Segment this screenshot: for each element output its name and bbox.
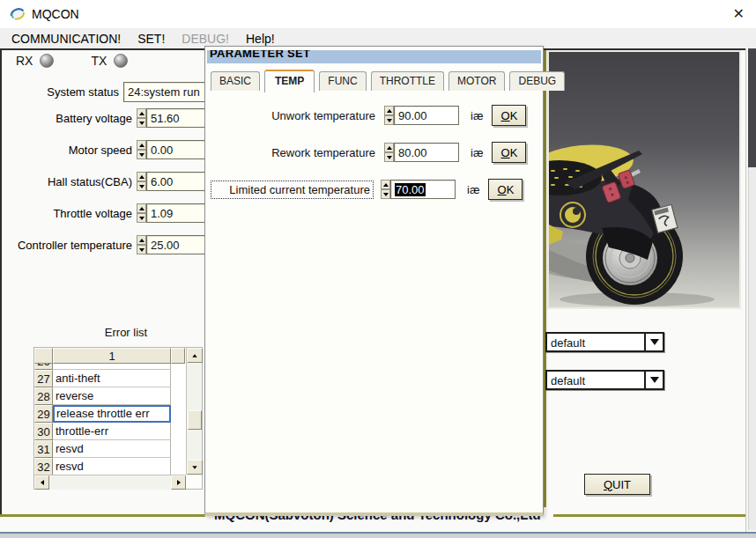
spin-down-icon[interactable] [137,181,146,191]
spin-up-icon[interactable] [137,203,146,213]
table-column-header[interactable]: 1 [53,348,171,364]
spin-down-icon[interactable] [137,118,146,128]
scroll-left-icon[interactable] [34,475,49,490]
table-row[interactable]: 31resvd [34,440,186,458]
tx-led-indicator [114,54,128,68]
window-titlebar: MQCON ✕ [0,0,756,28]
quit-button[interactable]: QUIT [584,474,650,495]
table-row[interactable]: 30throttle-err [34,423,186,440]
limited-current-ok-button[interactable]: OK [488,179,523,200]
limited-current-temperature-unit: iæ [467,183,479,196]
tab-motor[interactable]: MOTOR [448,71,505,91]
throttle-voltage-spinner[interactable] [137,203,146,223]
spin-up-icon[interactable] [137,172,146,181]
selected-value: 70.00 [395,183,426,196]
close-icon[interactable]: ✕ [733,5,745,23]
dialog-titlebar: PARAMETER SET [207,50,541,63]
hall-status-spinner[interactable] [137,172,146,191]
rework-temperature-row: Rework temperature 80.00 iæ OK [205,140,526,165]
limited-current-temperature-field[interactable]: 70.00 [390,180,456,199]
unwork-temperature-field[interactable]: 90.00 [394,106,459,125]
menu-communication[interactable]: COMMUNICATION! [6,30,126,48]
ring-dropdown-1[interactable]: default [545,332,664,352]
battery-voltage-spinner[interactable] [137,108,146,128]
dropdown-value: default [551,374,585,387]
scroll-down-icon[interactable] [187,460,203,475]
system-status-field[interactable]: 24:system run [123,82,217,102]
window-bottom-strip [0,534,756,538]
system-status-row: System status 24:system run [0,81,217,102]
dialog-title: PARAMETER SET [210,50,541,60]
unwork-temperature-spinner[interactable] [384,106,394,125]
table-header-row: 1 [34,348,186,364]
table-row[interactable]: 32resvd [34,458,186,475]
spin-up-icon[interactable] [137,140,146,150]
rework-temperature-label: Rework temperature [205,146,375,159]
ring-dropdown-2[interactable]: default [545,370,664,390]
dropdown-value: default [551,336,585,350]
menu-debug: DEBUG! [176,30,234,48]
controller-temperature-spinner[interactable] [137,235,146,254]
table-vertical-scrollbar[interactable] [186,348,202,475]
spin-down-icon[interactable] [137,213,146,223]
dialog-tabs: BASIC TEMP FUNC THROTTLE MOTOR DEBUG [211,70,565,91]
system-status-label: System status [0,85,119,99]
spin-up-icon[interactable] [384,106,394,115]
table-row[interactable]: 27anti-theft [34,370,186,387]
spin-up-icon[interactable] [137,108,146,118]
tab-func[interactable]: FUNC [319,71,366,91]
spin-up-icon[interactable] [381,180,390,189]
motorcycle-photo [547,50,741,309]
error-list-table: 1 26 27anti-theft 28reverse 29release th… [33,347,203,490]
table-spacer-cell [171,348,185,364]
table-corner-cell[interactable] [34,348,53,364]
error-list-title: Error list [53,326,199,339]
tab-temp[interactable]: TEMP [264,70,315,92]
table-row[interactable]: 28reverse [34,387,186,405]
spin-down-icon[interactable] [137,245,146,254]
spin-down-icon[interactable] [384,115,394,125]
scroll-up-icon[interactable] [187,348,203,363]
controller-temperature-label: Controller temperature [0,239,132,252]
scroll-right-icon[interactable] [171,475,186,490]
vertical-scroll-thumb[interactable] [188,410,202,430]
decoration-vertical-line [544,50,546,515]
limited-current-temperature-label: Limited current temperature [212,182,372,197]
comm-indicators: RX TX [16,54,128,68]
tab-basic[interactable]: BASIC [211,71,260,91]
table-row[interactable]: 26 [34,364,186,370]
rework-temperature-spinner[interactable] [384,143,394,162]
window-scrollbar-track[interactable] [748,167,756,530]
unwork-temperature-unit: iæ [471,109,483,122]
window-scrollbar-thumb[interactable] [748,48,756,167]
unwork-temperature-label: Unwork temperature [205,109,375,122]
spin-down-icon[interactable] [381,189,390,199]
battery-voltage-label: Battery voltage [0,112,132,125]
rework-ok-button[interactable]: OK [492,142,526,163]
rx-label: RX [16,54,33,68]
menu-set[interactable]: SET! [132,30,170,48]
spin-down-icon[interactable] [384,152,394,162]
tab-debug[interactable]: DEBUG [509,71,565,91]
unwork-ok-button[interactable]: OK [492,105,526,126]
throttle-voltage-row: Throttle voltage 1.09 [0,203,216,224]
app-logo-icon [10,6,26,22]
tab-throttle[interactable]: THROTTLE [371,71,444,91]
spin-up-icon[interactable] [384,143,394,152]
menu-help[interactable]: Help! [241,30,280,48]
table-body: 26 27anti-theft 28reverse 29release thro… [34,364,186,475]
battery-voltage-row: Battery voltage 51.60 [0,107,216,129]
rework-temperature-field[interactable]: 80.00 [394,143,459,162]
motor-speed-spinner[interactable] [137,140,146,159]
spin-down-icon[interactable] [137,150,146,159]
spin-up-icon[interactable] [137,235,146,245]
limited-current-temperature-spinner[interactable] [381,180,390,199]
chevron-down-icon[interactable] [644,372,663,388]
unwork-temperature-row: Unwork temperature 90.00 iæ OK [205,103,526,128]
limited-current-temperature-row: Limited current temperature 70.00 iæ OK [205,177,523,202]
hall-status-label: Hall status(CBA) [0,175,132,188]
chevron-down-icon[interactable] [644,334,663,350]
table-horizontal-scrollbar[interactable] [34,475,186,490]
window-title: MQCON [32,7,79,21]
table-row-selected[interactable]: 29release throttle err [34,405,186,423]
